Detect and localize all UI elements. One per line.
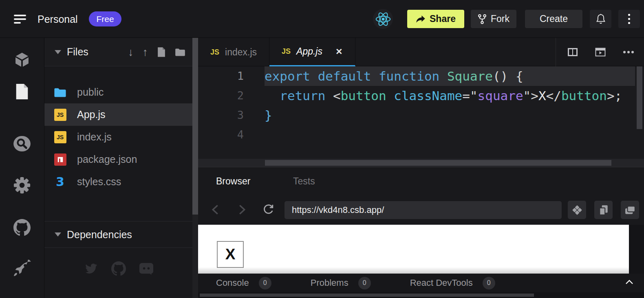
twitter-icon[interactable]	[83, 261, 99, 276]
file-item-App.js[interactable]: JSApp.js	[44, 103, 193, 126]
devtools-horizontal-scrollbar-thumb[interactable]	[200, 294, 534, 297]
editor-tab-index.js[interactable]: JSindex.js	[198, 38, 269, 66]
fork-button[interactable]: Fork	[471, 10, 516, 28]
editor-tab-bar: JSindex.jsJSApp.js✕	[198, 38, 644, 66]
share-label: Share	[430, 13, 456, 24]
code-text: }	[265, 105, 635, 125]
files-section-header[interactable]: Files ↓ ↑	[44, 38, 193, 66]
editor-horizontal-scrollbar-thumb[interactable]	[265, 160, 611, 166]
js-icon: JS	[54, 108, 66, 121]
code-text: export default function Square() {	[265, 66, 635, 86]
react-logo-icon	[373, 9, 393, 29]
github-link-icon[interactable]	[111, 261, 126, 276]
explorer-scrollbar-thumb[interactable]	[192, 38, 198, 215]
share-button[interactable]: Share	[407, 10, 464, 28]
code-line-2[interactable]: 2 return <button className="square">X</b…	[198, 86, 635, 105]
editor-tabs: JSindex.jsJSApp.js✕	[198, 38, 355, 66]
devtools-tab-problems[interactable]: Problems0	[311, 277, 371, 289]
code-line-3[interactable]: 3}	[198, 105, 635, 125]
file-name: index.js	[77, 131, 112, 143]
rocket-icon[interactable]	[13, 260, 31, 278]
npm-file-icon	[54, 153, 66, 166]
files-section-title: Files	[67, 46, 88, 58]
tab-tests[interactable]: Tests	[293, 167, 315, 195]
code-editor[interactable]: 1export default function Square() {2 ret…	[198, 66, 644, 159]
editor-vertical-scrollbar[interactable]	[635, 66, 644, 159]
file-item-public[interactable]: public	[44, 81, 193, 103]
file-list: publicJSApp.jsJSindex.jspackage.json3sty…	[44, 81, 193, 193]
collapse-triangle-icon[interactable]	[55, 232, 61, 237]
browser-navigation-bar	[198, 195, 644, 225]
share-arrow-icon	[416, 15, 426, 23]
discord-icon[interactable]	[139, 261, 154, 276]
github-icon[interactable]	[13, 219, 31, 237]
devtools-tab-console[interactable]: Console0	[216, 277, 271, 289]
menu-icon[interactable]	[14, 15, 26, 24]
file-name: styles.css	[77, 176, 121, 188]
duplicate-preview-icon[interactable]	[594, 201, 613, 219]
count-badge: 0	[259, 277, 271, 289]
back-icon[interactable]	[207, 202, 223, 218]
js-file-icon: JS	[54, 131, 66, 143]
create-label: Create	[540, 13, 568, 24]
split-view-icon[interactable]	[567, 48, 578, 57]
line-number: 1	[198, 66, 244, 86]
settings-gear-icon[interactable]	[13, 176, 31, 194]
sandbox-cube-icon[interactable]	[13, 51, 31, 69]
open-new-window-icon[interactable]	[621, 201, 639, 219]
notifications-button[interactable]	[590, 10, 611, 28]
refresh-icon[interactable]	[260, 202, 276, 218]
code-line-1[interactable]: 1export default function Square() {	[198, 66, 635, 86]
fork-label: Fork	[491, 13, 509, 24]
js-tab-icon: JS	[282, 47, 291, 56]
devtools-tabs: Console0Problems0React DevTools0	[198, 277, 495, 289]
arrow-down-icon[interactable]: ↓	[128, 46, 134, 59]
search-icon[interactable]	[13, 135, 31, 153]
preview-panel-tabs: Browser Tests	[198, 167, 644, 195]
preview-window-icon[interactable]	[595, 48, 606, 57]
code-text: return <button className="square">X</but…	[265, 86, 635, 105]
count-badge: 0	[358, 277, 371, 289]
npm-icon	[54, 153, 66, 166]
bell-icon	[596, 13, 606, 24]
arrow-up-icon[interactable]: ↑	[143, 46, 148, 59]
activity-rail	[0, 38, 44, 298]
collapse-triangle-icon[interactable]	[55, 50, 61, 54]
url-input[interactable]	[285, 201, 562, 219]
tab-label: App.js	[296, 46, 322, 57]
files-panel-icon[interactable]	[13, 83, 31, 101]
chevron-up-icon[interactable]	[625, 279, 633, 287]
file-item-index.js[interactable]: JSindex.js	[44, 126, 193, 148]
create-button[interactable]: Create	[525, 10, 582, 28]
close-tab-icon[interactable]: ✕	[335, 47, 343, 57]
file-name: App.js	[77, 109, 105, 121]
editor-toolbar	[556, 38, 644, 66]
plan-badge[interactable]: Free	[89, 11, 121, 26]
square-button[interactable]: X	[217, 241, 244, 268]
new-file-icon[interactable]	[157, 47, 166, 57]
dependencies-section-header[interactable]: Dependencies	[44, 221, 193, 248]
file-item-styles.css[interactable]: 3styles.css	[44, 171, 193, 193]
explorer-scrollbar[interactable]	[192, 38, 198, 298]
workspace-name[interactable]: Personal	[37, 13, 78, 25]
devtools-horizontal-scrollbar[interactable]	[198, 292, 644, 298]
code-text	[265, 125, 635, 145]
js-tab-icon: JS	[210, 48, 219, 57]
line-number: 3	[198, 105, 244, 125]
layout-diamonds-icon[interactable]	[568, 201, 586, 219]
new-folder-icon[interactable]	[175, 48, 185, 57]
more-horizontal-icon[interactable]	[623, 50, 634, 54]
forward-icon[interactable]	[234, 202, 250, 218]
editor-vertical-scrollbar-thumb[interactable]	[637, 66, 642, 129]
editor-tab-App.js[interactable]: JSApp.js✕	[269, 38, 355, 66]
file-item-package.json[interactable]: package.json	[44, 148, 193, 171]
code-line-4[interactable]: 4	[198, 125, 635, 145]
line-number: 4	[198, 125, 244, 145]
tab-browser[interactable]: Browser	[216, 167, 250, 195]
codesandbox-window: Personal Free Share	[0, 0, 644, 298]
more-options-button[interactable]	[618, 10, 640, 28]
file-name: public	[77, 86, 104, 98]
editor-horizontal-scrollbar[interactable]	[198, 159, 644, 167]
tab-label: index.js	[225, 47, 257, 58]
devtools-tab-react-devtools[interactable]: React DevTools0	[410, 277, 495, 289]
